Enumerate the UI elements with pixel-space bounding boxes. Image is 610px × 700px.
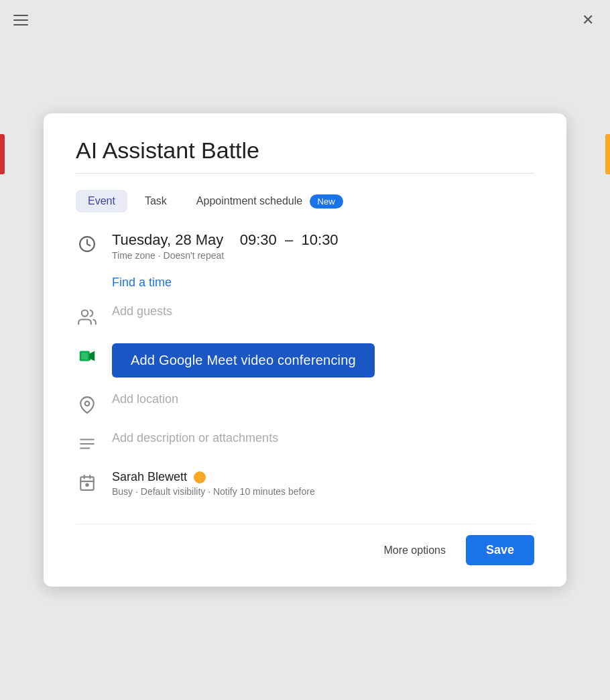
description-icon xyxy=(76,432,99,455)
meet-icon xyxy=(76,345,99,367)
svg-rect-5 xyxy=(81,353,88,359)
clock-icon xyxy=(76,233,99,255)
event-end-time: 10:30 xyxy=(302,231,339,248)
tabs-bar: Event Task Appointment schedule New xyxy=(76,190,534,213)
svg-point-14 xyxy=(86,484,88,486)
event-title: AI Assistant Battle xyxy=(76,137,534,174)
description-placeholder: Add description or attachments xyxy=(112,431,278,445)
calendar-content: Sarah Blewett Busy · Default visibility … xyxy=(112,470,534,497)
more-options-button[interactable]: More options xyxy=(374,538,455,563)
description-content[interactable]: Add description or attachments xyxy=(112,431,534,445)
datetime-content: Tuesday, 28 May 09:30 – 10:30 Time zone … xyxy=(112,231,534,261)
guests-icon xyxy=(76,306,99,329)
svg-point-6 xyxy=(85,402,90,406)
location-row: Add location xyxy=(76,392,534,416)
save-button[interactable]: Save xyxy=(466,535,534,565)
location-content[interactable]: Add location xyxy=(112,392,534,406)
status-dot xyxy=(194,471,206,483)
guests-content[interactable]: Add guests xyxy=(112,304,534,318)
footer-row: More options Save xyxy=(76,524,534,565)
meet-row: Add Google Meet video conferencing xyxy=(76,343,534,377)
left-accent xyxy=(0,134,5,174)
calendar-icon xyxy=(76,471,99,494)
guests-row: Add guests xyxy=(76,304,534,329)
tab-task[interactable]: Task xyxy=(133,190,179,213)
top-bar: ✕ xyxy=(0,0,610,40)
calendar-user: Sarah Blewett xyxy=(112,470,534,484)
event-modal: AI Assistant Battle Event Task Appointme… xyxy=(44,113,566,587)
datetime-sub: Time zone · Doesn't repeat xyxy=(112,250,534,261)
meet-content: Add Google Meet video conferencing xyxy=(112,343,534,377)
calendar-row: Sarah Blewett Busy · Default visibility … xyxy=(76,470,534,497)
hamburger-icon[interactable] xyxy=(13,15,28,25)
tab-event[interactable]: Event xyxy=(76,190,127,213)
datetime-row: Tuesday, 28 May 09:30 – 10:30 Time zone … xyxy=(76,231,534,261)
user-name: Sarah Blewett xyxy=(112,470,187,484)
dialog-wrapper: ✕ AI Assistant Battle Event Task Appoint… xyxy=(0,0,610,700)
add-meet-button[interactable]: Add Google Meet video conferencing xyxy=(112,343,375,377)
guests-placeholder: Add guests xyxy=(112,304,172,318)
location-placeholder: Add location xyxy=(112,392,178,406)
time-separator: – xyxy=(285,231,293,248)
description-row: Add description or attachments xyxy=(76,431,534,455)
event-start-time: 09:30 xyxy=(240,231,277,248)
datetime-display[interactable]: Tuesday, 28 May 09:30 – 10:30 xyxy=(112,231,534,249)
find-time-link[interactable]: Find a time xyxy=(112,276,172,290)
location-icon xyxy=(76,394,99,416)
calendar-sub: Busy · Default visibility · Notify 10 mi… xyxy=(112,486,534,497)
new-badge: New xyxy=(310,194,343,209)
event-date: Tuesday, 28 May xyxy=(112,231,223,248)
tab-appointment[interactable]: Appointment schedule New xyxy=(184,190,355,213)
right-accent xyxy=(605,134,610,174)
svg-point-1 xyxy=(82,310,88,316)
close-button[interactable]: ✕ xyxy=(579,10,597,30)
